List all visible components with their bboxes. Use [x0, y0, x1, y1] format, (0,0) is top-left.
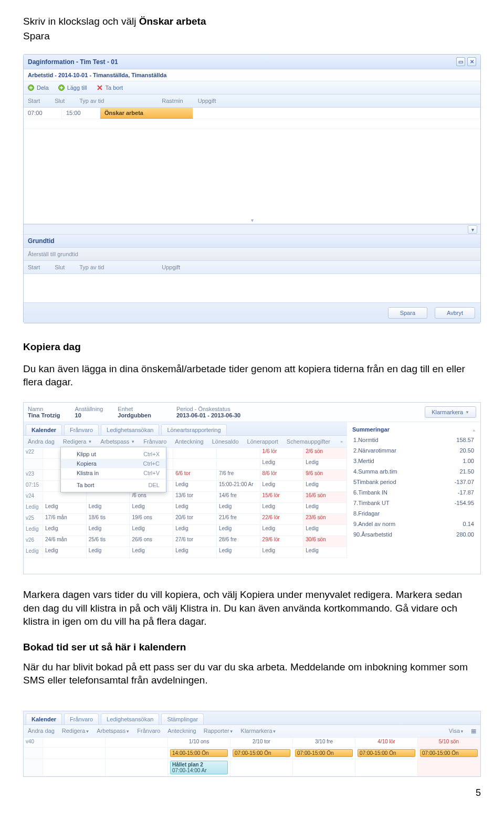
expand-icon[interactable]: »: [473, 428, 475, 433]
col-slut: Slut: [55, 98, 65, 104]
spara-button[interactable]: Spara: [388, 307, 427, 319]
anteckning-button[interactable]: Anteckning: [167, 728, 196, 734]
tab-kalender[interactable]: Kalender: [26, 713, 62, 724]
tab-kalender[interactable]: Kalender: [26, 424, 62, 435]
summering-row: 1.Normtid158.57: [352, 435, 475, 445]
cal-day[interactable]: 19/6 ons: [130, 514, 173, 524]
grid-filler: ▾: [24, 129, 480, 224]
cal-day[interactable]: 1/6 lör: [260, 448, 304, 458]
shift-chip-onskar[interactable]: 07:00-15:00 Ön: [233, 749, 290, 757]
page-number: 5: [0, 777, 504, 804]
enhet-label: Enhet: [118, 406, 151, 412]
menu-klistra-in[interactable]: Klistra in Ctrl+V: [61, 468, 166, 478]
rapporter-menu[interactable]: Rapporter▼: [204, 728, 234, 734]
dela-button[interactable]: Dela: [28, 85, 49, 91]
cal-day[interactable]: 2/10 tor: [230, 738, 293, 747]
cal-day[interactable]: 26/6 ons: [130, 536, 173, 546]
cal-day[interactable]: 30/6 sön: [303, 536, 347, 546]
shift-chip-onskar[interactable]: 07:00-15:00 Ön: [420, 749, 478, 757]
lagg-till-label: Lägg till: [67, 85, 87, 91]
cal-day[interactable]: 28/6 fre: [217, 536, 260, 546]
expand-button[interactable]: ▾: [468, 225, 477, 234]
name-value: Tina Trotzig: [28, 412, 60, 418]
lonesaldo-button[interactable]: Lönesaldo: [212, 438, 239, 445]
dela-label: Dela: [37, 85, 49, 91]
anteckning-button[interactable]: Anteckning: [175, 438, 203, 445]
summering-value: 0.14: [463, 521, 474, 527]
lonerapport-button[interactable]: Lönerapport: [247, 438, 278, 445]
redigera-menu[interactable]: Redigera▼: [63, 438, 92, 445]
franvaro-button[interactable]: Frånvaro: [137, 728, 160, 734]
klarmarkera-button[interactable]: Klarmarkera ▼: [425, 406, 476, 418]
menu-ta-bort[interactable]: Ta bort DEL: [61, 480, 166, 490]
tab-franvaro[interactable]: Frånvaro: [64, 713, 99, 724]
shift-chip-onskar[interactable]: 14:00-15:00 Ön: [170, 749, 228, 757]
anstallning-value: 10: [75, 412, 103, 418]
andra-dag-button[interactable]: Ändra dag: [28, 728, 55, 734]
tab-ledighet[interactable]: Ledighetsansökan: [101, 424, 159, 435]
cal-day[interactable]: 6/6 tor: [173, 470, 217, 480]
col2-start: Start: [28, 264, 40, 270]
klarmarkera-label: Klarmarkera: [432, 409, 463, 415]
cal-day[interactable]: 29/6 lör: [260, 536, 304, 546]
cal-day[interactable]: /6 ons: [130, 492, 173, 502]
lagg-till-button[interactable]: Lägg till: [58, 85, 87, 91]
andra-dag-button[interactable]: Ändra dag: [28, 438, 55, 445]
menu-label: Klipp ut: [77, 451, 96, 457]
cal-day[interactable]: 5/10 sön: [418, 738, 480, 747]
cal-day[interactable]: 2/6 sön: [303, 448, 347, 458]
arbetspass-menu[interactable]: Arbetspass▼: [97, 728, 130, 734]
redigera-menu[interactable]: Redigera▼: [62, 728, 90, 734]
summering-value: 280.00: [456, 531, 474, 538]
cal-day[interactable]: 20/6 tor: [173, 514, 217, 524]
calendar-toolbar: Ändra dag Redigera▼ Arbetspass▼ Frånvaro…: [24, 436, 347, 448]
cal-day[interactable]: 15/6 lör: [260, 492, 304, 502]
context-menu: Klipp ut Ctrl+X Kopiera Ctrl+C Klistra i…: [60, 447, 166, 492]
col2-slut: Slut: [55, 264, 65, 270]
avbryt-button[interactable]: Avbryt: [435, 307, 475, 319]
cal-day[interactable]: 25/6 tis: [87, 536, 130, 546]
close-icon[interactable]: ✕: [467, 57, 476, 66]
shift-chip-onskar[interactable]: 07:00-15:00 Ön: [358, 749, 415, 757]
menu-klipp-ut[interactable]: Klipp ut Ctrl+X: [61, 449, 166, 459]
arbetspass-menu[interactable]: Arbetspass▼: [100, 438, 135, 445]
cal-day[interactable]: 27/6 tor: [173, 536, 217, 546]
maximize-icon[interactable]: ▭: [456, 57, 465, 66]
tab-stamplingar[interactable]: Stämplingar: [161, 713, 204, 724]
cal-day[interactable]: 4/10 lör: [355, 738, 418, 747]
menu-kopiera[interactable]: Kopiera Ctrl+C: [61, 459, 166, 468]
cal-day[interactable]: 17/6 mån: [43, 514, 87, 524]
cal-day[interactable]: 3/10 fre: [293, 738, 355, 747]
cal-day[interactable]: 8/6 lör: [260, 470, 304, 480]
booked-shift-chip[interactable]: Hållet plan 2 07:00-14:00 Ar: [170, 761, 228, 774]
grundtid-tab[interactable]: Grundtid: [24, 235, 480, 248]
cal-day[interactable]: 16/6 sön: [303, 492, 347, 502]
tab-ledighet[interactable]: Ledighetsansökan: [101, 713, 159, 724]
cal-day[interactable]: 21/6 fre: [217, 514, 260, 524]
empty-row: [24, 119, 480, 129]
tab-franvaro[interactable]: Frånvaro: [64, 424, 99, 435]
booked-calendar-screenshot: Kalender Frånvaro Ledighetsansökan Stämp…: [23, 711, 481, 777]
time-row-1[interactable]: 07:00 15:00 Önskar arbeta: [24, 108, 480, 119]
more-icon[interactable]: »: [341, 439, 343, 444]
shift-chip-onskar[interactable]: 07:00-15:00 Ön: [295, 749, 353, 757]
cal-day[interactable]: 14/6 fre: [217, 492, 260, 502]
cal-day[interactable]: 22/6 lör: [260, 514, 304, 524]
cal-day[interactable]: 23/6 sön: [303, 514, 347, 524]
visa-menu[interactable]: Visa▼: [449, 728, 464, 734]
tab-loneart[interactable]: Löneartsrapportering: [161, 424, 226, 435]
layout-icon[interactable]: ▦: [471, 728, 476, 734]
klarmarkera-menu[interactable]: Klarmarkera▼: [241, 728, 277, 734]
cal-day[interactable]: 9/6 sön: [303, 470, 347, 480]
cal-day[interactable]: 1/10 ons: [168, 738, 230, 747]
cal-day[interactable]: 18/6 tis: [87, 514, 130, 524]
cal-day[interactable]: 13/6 tor: [173, 492, 217, 502]
cal-day[interactable]: 7/6 fre: [217, 470, 260, 480]
franvaro-button[interactable]: Frånvaro: [143, 438, 166, 445]
col-start: Start: [28, 98, 40, 104]
ta-bort-button[interactable]: Ta bort: [97, 85, 123, 91]
schemauppgifter-button[interactable]: Schemauppgifter: [287, 438, 330, 445]
summering-row: 6.Timbank IN-17.87: [352, 487, 475, 498]
cal-day[interactable]: 24/6 mån: [43, 536, 87, 546]
aterstall-button[interactable]: Återställ till grundtid: [24, 248, 480, 261]
